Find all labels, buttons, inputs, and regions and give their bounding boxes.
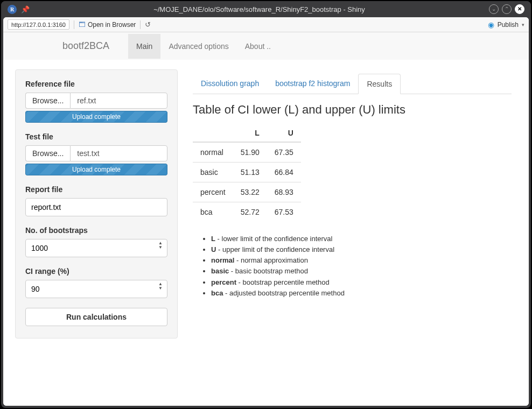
minimize-button[interactable]: ⌄ — [489, 4, 499, 14]
th-L: L — [233, 124, 267, 142]
url-field[interactable]: http://127.0.0.1:3160 — [8, 19, 69, 30]
window-title: ~/MOJE_DANE/olo/Software/software_R/Shin… — [30, 5, 489, 13]
number-stepper-icon[interactable]: ▲▼ — [158, 282, 163, 291]
row-U: 67.35 — [267, 142, 301, 163]
main-panel: Dissolution graph bootstrap f2 histogram… — [191, 69, 517, 339]
report-file-input[interactable] — [25, 198, 167, 216]
reference-file-name: ref.txt — [70, 93, 167, 109]
row-L: 51.90 — [233, 142, 267, 163]
sidebar-panel: Reference file Browse... ref.txt Upload … — [15, 69, 178, 339]
row-U: 66.84 — [267, 163, 301, 182]
number-stepper-icon[interactable]: ▲▼ — [158, 241, 163, 250]
table-row: percent53.2268.93 — [193, 182, 301, 202]
pin-icon[interactable]: 📌 — [21, 5, 30, 13]
th-blank — [193, 124, 233, 142]
separator — [74, 20, 74, 29]
navbar: bootf2BCA Main Advanced options About .. — [3, 32, 529, 60]
table-row: normal51.9067.35 — [193, 142, 301, 163]
table-row: bca52.7267.53 — [193, 202, 301, 222]
tab-bootstrap-f2-histogram[interactable]: bootstrap f2 histogram — [267, 74, 358, 94]
viewer-toolbar: http://127.0.0.1:3160 🗔 Open in Browser … — [3, 17, 529, 32]
separator — [140, 20, 141, 29]
legend-item: percent - bootstrap percentile method — [211, 277, 512, 288]
legend-item: basic - basic bootstrap method — [211, 266, 512, 277]
window-titlebar: R 📌 ~/MOJE_DANE/olo/Software/software_R/… — [1, 1, 531, 17]
publish-button[interactable]: Publish — [498, 21, 519, 29]
legend-item: bca - adjusted bootstrap percentile meth… — [211, 288, 512, 299]
nav-about[interactable]: About .. — [237, 34, 279, 59]
results-table: L U normal51.9067.35basic51.1366.84perce… — [193, 124, 301, 222]
browse-button-reference[interactable]: Browse... — [25, 93, 70, 109]
run-calculations-button[interactable]: Run calculations — [25, 308, 167, 326]
browse-button-test[interactable]: Browse... — [25, 145, 70, 161]
row-U: 67.53 — [267, 202, 301, 222]
open-in-browser-label: Open in Browser — [88, 21, 136, 29]
legend-item: U - upper limit of the confidence interv… — [211, 244, 512, 255]
bootstraps-label: No. of bootstraps — [25, 226, 167, 235]
bootstraps-input[interactable] — [25, 239, 167, 257]
test-file-name: test.txt — [70, 145, 167, 161]
th-U: U — [267, 124, 301, 142]
refresh-icon[interactable]: ↻ — [145, 20, 151, 29]
nav-advanced-options[interactable]: Advanced options — [160, 34, 236, 59]
app-brand: bootf2BCA — [62, 32, 117, 60]
upload-progress-bar: Upload complete — [25, 164, 167, 175]
legend-item: normal - normal approximation — [211, 255, 512, 266]
report-file-label: Report file — [25, 185, 167, 194]
row-U: 68.93 — [267, 182, 301, 202]
reference-file-label: Reference file — [25, 80, 167, 88]
row-name: bca — [193, 202, 233, 222]
ci-range-input[interactable] — [25, 280, 167, 298]
upload-progress-bar: Upload complete — [25, 111, 167, 123]
row-name: percent — [193, 182, 233, 202]
rstudio-icon: R — [8, 5, 17, 14]
nav-main[interactable]: Main — [128, 34, 160, 59]
tab-results[interactable]: Results — [358, 74, 401, 94]
ci-range-label: CI range (%) — [25, 267, 167, 276]
publish-icon: ◉ — [488, 20, 494, 29]
upload-progress-test: Upload complete — [25, 164, 167, 175]
table-row: basic51.1366.84 — [193, 163, 301, 182]
browser-icon: 🗔 — [79, 20, 86, 29]
close-button[interactable]: ✕ — [515, 4, 524, 14]
open-in-browser-button[interactable]: 🗔 Open in Browser — [79, 20, 136, 29]
upload-progress-reference: Upload complete — [25, 111, 167, 123]
maximize-button[interactable]: ⌃ — [502, 4, 512, 14]
row-name: basic — [193, 163, 233, 182]
row-name: normal — [193, 142, 233, 163]
legend-item: L - lower limit of the confidence interv… — [211, 234, 512, 244]
row-L: 53.22 — [233, 182, 267, 202]
row-L: 52.72 — [233, 202, 267, 222]
test-file-label: Test file — [25, 132, 167, 141]
chevron-down-icon[interactable]: ▾ — [522, 22, 524, 27]
results-legend: L - lower limit of the confidence interv… — [199, 234, 512, 299]
row-L: 51.13 — [233, 163, 267, 182]
results-heading: Table of CI lower (L) and upper (U) limi… — [193, 103, 512, 117]
tab-dissolution-graph[interactable]: Dissolution graph — [193, 74, 267, 94]
